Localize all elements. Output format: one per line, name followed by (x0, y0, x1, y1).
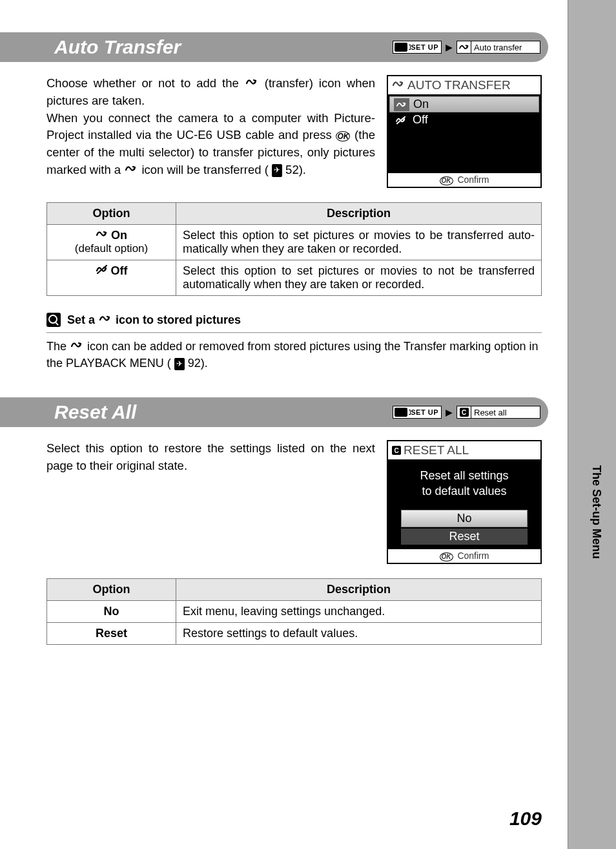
note-body: The icon can be added or removed from st… (46, 338, 542, 372)
option-description: Select this option to set pictures or mo… (176, 260, 542, 296)
breadcrumb-setup-badge: SET UP (393, 41, 442, 54)
table-row: Off Select this option to set pictures o… (47, 260, 542, 296)
breadcrumb-auto-transfer: SET UP ▶ Auto transfer (393, 41, 540, 54)
breadcrumb-setup-label: SET UP (411, 43, 438, 51)
breadcrumb-setup-badge: SET UP (393, 406, 442, 419)
reset-c-icon: C (392, 446, 401, 455)
breadcrumb-setup-label: SET UP (411, 408, 438, 416)
th-option: Option (47, 578, 176, 600)
option-description: Select this option to set pictures or mo… (176, 225, 542, 260)
dialog-message: Reset all settings to default values (391, 463, 538, 508)
lcd-option-label: On (413, 98, 429, 111)
transfer-icon (96, 229, 108, 242)
option-sublabel: (default option) (54, 242, 169, 255)
text: 92). (188, 357, 208, 370)
lcd-reset-all: C RESET ALL Reset all settings to defaul… (387, 440, 542, 564)
text: icon to stored pictures (116, 313, 241, 326)
table-row: On (default option) Select this option t… (47, 225, 542, 260)
text: The (46, 340, 70, 353)
breadcrumb-arrow-icon: ▶ (446, 42, 453, 52)
text: When you connect the camera to a compute… (46, 111, 375, 142)
lcd-option-on[interactable]: On (389, 96, 539, 112)
page-ref-icon: ✈ (272, 164, 282, 176)
transfer-icon (70, 340, 84, 350)
note-icon (46, 313, 61, 327)
text: Reset all settings (420, 469, 508, 482)
transfer-icon (392, 78, 405, 92)
text: to default values (422, 485, 506, 498)
section-title: Reset All (54, 401, 136, 423)
option-label: Off (111, 264, 128, 278)
text: 52). (285, 163, 306, 176)
side-tab-label: The Set-up Menu (590, 465, 603, 559)
text: Set a (67, 313, 98, 326)
note-heading: Set a icon to stored pictures (46, 310, 542, 330)
option-description: Exit menu, leaving settings unchanged. (176, 600, 542, 622)
ok-icon: OK (336, 131, 350, 142)
table-row: No Exit menu, leaving settings unchanged… (47, 600, 542, 622)
breadcrumb-item-label: Reset all (474, 408, 507, 417)
no-transfer-icon (393, 114, 409, 127)
transfer-icon (394, 98, 409, 111)
breadcrumb-item-label: Auto transfer (474, 43, 522, 52)
lcd-auto-transfer: AUTO TRANSFER On Off OK Confirm (387, 75, 542, 188)
table-header-row: Option Description (47, 578, 542, 600)
transfer-icon (245, 77, 259, 87)
dialog-option-reset[interactable]: Reset (401, 529, 528, 545)
section-bar-reset-all: Reset All SET UP ▶ C Reset all (46, 397, 548, 427)
reset-all-table: Option Description No Exit menu, leaving… (46, 578, 542, 645)
breadcrumb-arrow-icon: ▶ (446, 407, 453, 417)
reset-c-icon: C (460, 408, 469, 417)
ok-icon: OK (440, 552, 453, 561)
th-description: Description (176, 578, 542, 600)
auto-transfer-table: Option Description On (default option) S… (46, 202, 542, 296)
lcd-title-text: AUTO TRANSFER (407, 78, 511, 92)
breadcrumb-item: Auto transfer (457, 41, 540, 54)
lcd-confirm-label: Confirm (457, 174, 489, 185)
transfer-icon (124, 163, 138, 174)
text: icon will be transferred ( (141, 163, 268, 176)
page-ref-icon: ✈ (174, 358, 185, 370)
lcd-option-off[interactable]: Off (389, 112, 539, 127)
table-row: Reset Restore settings to default values… (47, 622, 542, 644)
option-label: No (104, 605, 119, 618)
lcd-footer: OK Confirm (388, 173, 540, 187)
text: Choose whether or not to add the (46, 76, 245, 90)
th-option: Option (47, 203, 176, 225)
dialog-option-no[interactable]: No (401, 510, 528, 527)
lcd-confirm-label: Confirm (457, 550, 489, 561)
transfer-icon (457, 41, 471, 53)
breadcrumb-item: C Reset all (457, 406, 540, 419)
auto-transfer-body: Choose whether or not to add the (transf… (46, 75, 375, 188)
lcd-title-text: RESET ALL (404, 443, 469, 457)
transfer-icon (98, 313, 112, 324)
breadcrumb-reset-all: SET UP ▶ C Reset all (393, 406, 540, 419)
th-description: Description (176, 203, 542, 225)
ok-icon: OK (440, 176, 453, 185)
lcd-option-label: Off (413, 113, 428, 127)
lcd-footer: OK Confirm (388, 549, 540, 563)
option-label: On (111, 229, 127, 242)
section-bar-auto-transfer: Auto Transfer SET UP ▶ Auto transfer (46, 32, 548, 62)
table-header-row: Option Description (47, 203, 542, 225)
page-number: 109 (509, 808, 542, 830)
text: icon can be added or removed from stored… (46, 340, 538, 370)
lcd-title-row: C RESET ALL (388, 441, 540, 460)
reset-all-body: Select this option to restore the settin… (46, 440, 375, 564)
no-transfer-icon (96, 264, 108, 278)
option-description: Restore settings to default values. (176, 622, 542, 644)
lcd-title-row: AUTO TRANSFER (388, 76, 540, 95)
section-title: Auto Transfer (54, 36, 181, 58)
option-label: Reset (96, 627, 127, 640)
